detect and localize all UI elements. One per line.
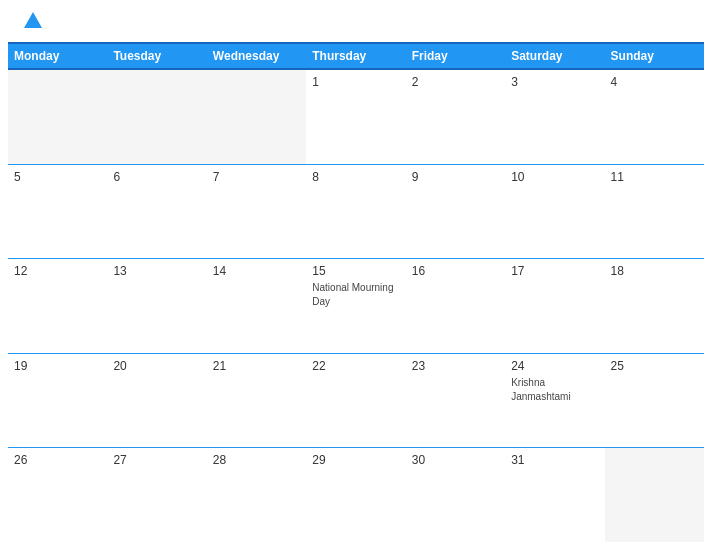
logo: [20, 10, 44, 36]
day-number: 27: [113, 453, 200, 467]
cal-cell-18: 18: [605, 259, 704, 353]
day-header-monday: Monday: [8, 44, 107, 68]
cal-cell-26: 26: [8, 448, 107, 542]
cal-cell-4: 4: [605, 70, 704, 164]
cal-cell-25: 25: [605, 354, 704, 448]
day-number: 14: [213, 264, 300, 278]
cal-cell-16: 16: [406, 259, 505, 353]
cal-cell-9: 9: [406, 165, 505, 259]
day-number: 16: [412, 264, 499, 278]
svg-marker-0: [24, 12, 42, 28]
day-number: 6: [113, 170, 200, 184]
day-number: 3: [511, 75, 598, 89]
day-number: 30: [412, 453, 499, 467]
cal-cell-29: 29: [306, 448, 405, 542]
cal-cell-3: 3: [505, 70, 604, 164]
cal-cell-empty: [207, 70, 306, 164]
cal-cell-15: 15National Mourning Day: [306, 259, 405, 353]
cal-cell-19: 19: [8, 354, 107, 448]
cal-cell-6: 6: [107, 165, 206, 259]
day-number: 9: [412, 170, 499, 184]
day-number: 23: [412, 359, 499, 373]
day-number: 17: [511, 264, 598, 278]
day-number: 15: [312, 264, 399, 278]
week-row-4: 262728293031: [8, 448, 704, 542]
cal-cell-7: 7: [207, 165, 306, 259]
day-header-friday: Friday: [406, 44, 505, 68]
day-number: 7: [213, 170, 300, 184]
cal-cell-empty: [107, 70, 206, 164]
cal-cell-14: 14: [207, 259, 306, 353]
week-row-2: 12131415National Mourning Day161718: [8, 259, 704, 354]
week-row-1: 567891011: [8, 165, 704, 260]
day-number: 25: [611, 359, 698, 373]
cal-cell-22: 22: [306, 354, 405, 448]
cal-cell-28: 28: [207, 448, 306, 542]
day-number: 8: [312, 170, 399, 184]
day-number: 24: [511, 359, 598, 373]
cal-cell-12: 12: [8, 259, 107, 353]
day-number: 13: [113, 264, 200, 278]
day-number: 20: [113, 359, 200, 373]
cal-cell-2: 2: [406, 70, 505, 164]
day-number: 21: [213, 359, 300, 373]
cal-cell-24: 24Krishna Janmashtami: [505, 354, 604, 448]
day-number: 18: [611, 264, 698, 278]
cal-cell-23: 23: [406, 354, 505, 448]
cal-cell-17: 17: [505, 259, 604, 353]
cal-cell-empty: [605, 448, 704, 542]
event-label: Krishna Janmashtami: [511, 377, 570, 402]
cal-cell-8: 8: [306, 165, 405, 259]
day-header-wednesday: Wednesday: [207, 44, 306, 68]
cal-cell-10: 10: [505, 165, 604, 259]
week-row-0: 1234: [8, 70, 704, 165]
day-header-sunday: Sunday: [605, 44, 704, 68]
day-number: 5: [14, 170, 101, 184]
day-header-saturday: Saturday: [505, 44, 604, 68]
cal-cell-31: 31: [505, 448, 604, 542]
cal-cell-5: 5: [8, 165, 107, 259]
cal-cell-21: 21: [207, 354, 306, 448]
day-number: 1: [312, 75, 399, 89]
day-number: 10: [511, 170, 598, 184]
header: [0, 0, 712, 42]
logo-icon: [22, 10, 44, 32]
event-label: National Mourning Day: [312, 282, 393, 307]
day-number: 4: [611, 75, 698, 89]
calendar-grid: MondayTuesdayWednesdayThursdayFridaySatu…: [0, 42, 712, 550]
cal-cell-27: 27: [107, 448, 206, 542]
cal-cell-30: 30: [406, 448, 505, 542]
day-number: 31: [511, 453, 598, 467]
day-number: 28: [213, 453, 300, 467]
calendar-body: 123456789101112131415National Mourning D…: [8, 70, 704, 542]
days-header-row: MondayTuesdayWednesdayThursdayFridaySatu…: [8, 42, 704, 70]
day-number: 2: [412, 75, 499, 89]
calendar-page: MondayTuesdayWednesdayThursdayFridaySatu…: [0, 0, 712, 550]
day-number: 29: [312, 453, 399, 467]
day-number: 19: [14, 359, 101, 373]
day-number: 22: [312, 359, 399, 373]
cal-cell-20: 20: [107, 354, 206, 448]
day-header-tuesday: Tuesday: [107, 44, 206, 68]
cal-cell-13: 13: [107, 259, 206, 353]
week-row-3: 192021222324Krishna Janmashtami25: [8, 354, 704, 449]
cal-cell-1: 1: [306, 70, 405, 164]
cal-cell-11: 11: [605, 165, 704, 259]
day-header-thursday: Thursday: [306, 44, 405, 68]
cal-cell-empty: [8, 70, 107, 164]
day-number: 12: [14, 264, 101, 278]
day-number: 11: [611, 170, 698, 184]
day-number: 26: [14, 453, 101, 467]
